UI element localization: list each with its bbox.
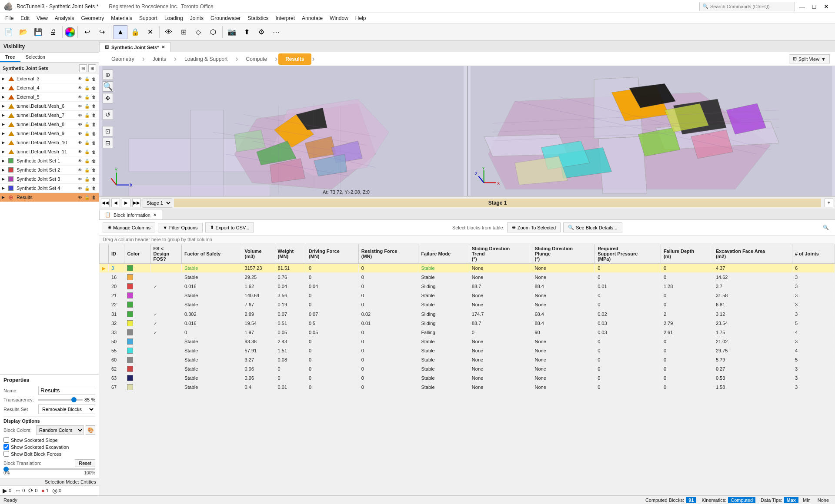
manage-columns-button[interactable]: ⊞ Manage Columns: [103, 222, 155, 232]
trash-icon-12[interactable]: 🗑: [91, 185, 97, 191]
view-button[interactable]: 👁: [162, 25, 176, 39]
eye-icon-7[interactable]: 👁: [77, 139, 83, 146]
delete-button[interactable]: ✕: [143, 25, 157, 39]
col-header-weight[interactable]: Weight(MN): [275, 244, 306, 264]
table-row[interactable]: ▶3Stable3157.2381.5100StableNoneNone004.…: [100, 264, 835, 273]
open-button[interactable]: 📂: [17, 25, 30, 39]
stage-next-button[interactable]: ▶: [122, 199, 130, 207]
more-button[interactable]: ⋯: [269, 25, 283, 39]
trash-icon-9[interactable]: 🗑: [91, 158, 97, 164]
menu-item-groundwater[interactable]: Groundwater: [207, 13, 244, 23]
col-header-selector[interactable]: [100, 244, 109, 264]
left-viewport[interactable]: ⊕ 🔍 ✥ ↺ ⊡ ⊟ N E S W: [99, 66, 468, 196]
lock-button[interactable]: 🔒: [128, 25, 142, 39]
tree-collapse-all[interactable]: ⊟: [79, 64, 87, 72]
maximize-button[interactable]: □: [809, 1, 819, 12]
tree-item-10[interactable]: ▶Synthetic Joint Set 2👁🔒🗑: [0, 166, 99, 175]
row-selector-10[interactable]: [100, 355, 109, 364]
translation-slider[interactable]: [3, 468, 95, 470]
eye-icon-1[interactable]: 👁: [77, 85, 83, 91]
stage-select[interactable]: Stage 1: [143, 198, 172, 208]
tree-expand-11[interactable]: ▶: [2, 177, 7, 181]
layers-button[interactable]: ⊞: [177, 25, 190, 39]
data-tips-none[interactable]: None: [815, 497, 832, 503]
row-selector-9[interactable]: [100, 346, 109, 355]
new-button[interactable]: 📄: [2, 25, 16, 39]
trash-icon-10[interactable]: 🗑: [91, 167, 97, 173]
tab-synthetic-joint-sets[interactable]: ⊞ Synthetic Joint Sets* ✕: [99, 42, 170, 52]
eye-icon-10[interactable]: 👁: [77, 167, 83, 173]
camera-button[interactable]: 📷: [225, 25, 239, 39]
table-row[interactable]: 63Stable0.06000StableNoneNone000.533: [100, 374, 835, 383]
socketed-slope-checkbox[interactable]: [3, 437, 9, 443]
select-button[interactable]: ▲: [114, 25, 127, 39]
tree-item-9[interactable]: ▶Synthetic Joint Set 1👁🔒🗑: [0, 156, 99, 166]
zoom-selected-button[interactable]: ⊕ Zoom To Selected: [507, 222, 561, 232]
trash-icon-8[interactable]: 🗑: [91, 149, 97, 155]
menu-item-joints[interactable]: Joints: [187, 13, 207, 23]
row-selector-1[interactable]: [100, 273, 109, 282]
trash-icon-1[interactable]: 🗑: [91, 85, 97, 91]
row-selector-0[interactable]: ▶: [100, 264, 109, 273]
redo-button[interactable]: ↪: [95, 25, 109, 39]
trash-icon-5[interactable]: 🗑: [91, 121, 97, 127]
menu-item-annotate[interactable]: Annotate: [298, 13, 326, 23]
name-input[interactable]: [38, 386, 95, 395]
tree-expand-0[interactable]: ▶: [2, 76, 7, 81]
col-header-plunge[interactable]: Sliding DirectionPlunge(°): [532, 244, 595, 264]
workflow-compute[interactable]: Compute: [239, 53, 274, 65]
tree-item-12[interactable]: ▶Synthetic Joint Set 4👁🔒🗑: [0, 184, 99, 193]
render-button[interactable]: ⬡: [206, 25, 220, 39]
workflow-loading[interactable]: Loading & Support: [177, 53, 234, 65]
table-row[interactable]: 21Stable140.643.5600StableNoneNone0031.5…: [100, 291, 835, 300]
stage-first-button[interactable]: ◀◀: [101, 199, 110, 207]
tab-tree[interactable]: Tree: [0, 53, 20, 62]
menu-item-statistics[interactable]: Statistics: [244, 13, 272, 23]
undo-view-button[interactable]: ↺: [103, 109, 113, 120]
color-select-dropdown[interactable]: Random Colors: [36, 425, 84, 435]
menu-item-materials[interactable]: Materials: [107, 13, 136, 23]
menu-item-geometry[interactable]: Geometry: [78, 13, 108, 23]
col-header-area[interactable]: Excavation Face Area(m2): [713, 244, 792, 264]
lock-icon-0[interactable]: 🔒: [84, 76, 90, 82]
close-button[interactable]: ✕: [821, 1, 832, 12]
reset-button[interactable]: Reset: [75, 459, 95, 467]
col-header-failure[interactable]: Failure Mode: [418, 244, 469, 264]
eye-icon-8[interactable]: 👁: [77, 149, 83, 155]
data-tips-max[interactable]: Max: [784, 497, 798, 503]
col-header-color[interactable]: Color: [124, 244, 150, 264]
geometry-button[interactable]: ◇: [191, 25, 205, 39]
tree-expand-10[interactable]: ▶: [2, 168, 7, 172]
search-input[interactable]: [710, 4, 780, 9]
tree-expand-7[interactable]: ▶: [2, 140, 7, 145]
tree-item-3[interactable]: ▶tunnel.Default.Mesh_6👁🔒🗑: [0, 102, 99, 111]
table-search-button[interactable]: 🔍: [820, 225, 832, 230]
eye-icon-2[interactable]: 👁: [77, 94, 83, 100]
lock-icon-7[interactable]: 🔒: [84, 139, 90, 146]
tree-item-2[interactable]: ▶External_5👁🔒🗑: [0, 93, 99, 102]
eye-icon-0[interactable]: 👁: [77, 76, 83, 82]
table-row[interactable]: 60Stable3.270.0800StableNoneNone005.795: [100, 355, 835, 364]
search-bar[interactable]: 🔍: [699, 2, 795, 11]
save-button[interactable]: 💾: [31, 25, 45, 39]
trash-icon-0[interactable]: 🗑: [91, 76, 97, 82]
lock-icon-9[interactable]: 🔒: [84, 158, 90, 164]
undo-button[interactable]: ↩: [80, 25, 94, 39]
table-row[interactable]: 33✓01.970.050.050Falling0900.032.611.754: [100, 328, 835, 337]
trash-icon-7[interactable]: 🗑: [91, 139, 97, 146]
stage-last-button[interactable]: ▶▶: [132, 199, 141, 207]
stage-prev-button[interactable]: ◀: [111, 199, 120, 207]
tree-item-6[interactable]: ▶tunnel.Default.Mesh_9👁🔒🗑: [0, 129, 99, 138]
tree-item-11[interactable]: ▶Synthetic Joint Set 3👁🔒🗑: [0, 175, 99, 184]
data-table-container[interactable]: ID Color FS <DesignFOS? Factor of Safety…: [99, 244, 835, 495]
table-row[interactable]: 16Stable29.250.7600StableNoneNone0014.62…: [100, 273, 835, 282]
tree-expand-4[interactable]: ▶: [2, 113, 7, 117]
tree-expand-12[interactable]: ▶: [2, 186, 7, 190]
row-selector-13[interactable]: [100, 383, 109, 392]
menu-item-support[interactable]: Support: [136, 13, 161, 23]
row-selector-8[interactable]: [100, 337, 109, 346]
lock-icon-6[interactable]: 🔒: [84, 130, 90, 136]
eye-icon-5[interactable]: 👁: [77, 121, 83, 127]
zoom-extents-button[interactable]: ⊕: [103, 70, 113, 80]
tree-item-4[interactable]: ▶tunnel.Default.Mesh_7👁🔒🗑: [0, 111, 99, 120]
